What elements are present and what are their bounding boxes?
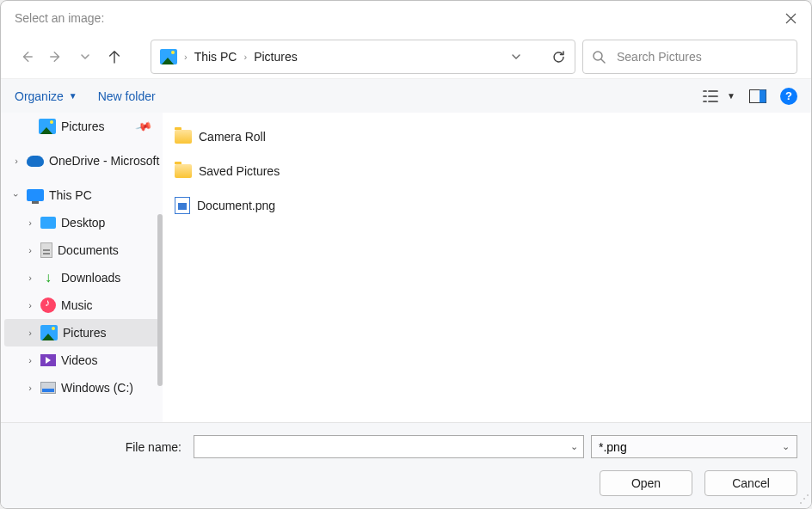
sidebar-scrollbar[interactable] — [157, 214, 163, 386]
new-folder-button[interactable]: New folder — [98, 89, 156, 103]
sidebar-label: Documents — [58, 243, 119, 257]
file-name: Camera Roll — [199, 130, 266, 144]
caret-down-icon: ▼ — [727, 91, 735, 101]
sidebar-label: Pictures — [61, 120, 105, 133]
expand-icon[interactable]: › — [11, 156, 22, 166]
resize-grip[interactable]: ⋰ — [799, 493, 808, 505]
sidebar-label: Downloads — [61, 271, 120, 285]
file-name-input[interactable] — [200, 439, 570, 454]
location-picture-icon — [160, 49, 177, 64]
file-item-image[interactable]: Document.png — [169, 193, 804, 218]
breadcrumb-pictures[interactable]: Pictures — [254, 50, 298, 64]
pictures-icon — [39, 119, 56, 134]
open-button[interactable]: Open — [600, 470, 692, 496]
sidebar-label: Desktop — [61, 216, 105, 230]
music-icon — [40, 297, 56, 313]
address-dropdown[interactable] — [510, 51, 522, 63]
search-icon — [592, 50, 606, 64]
navigation-row: › This PC › Pictures — [1, 35, 811, 78]
close-icon — [785, 13, 797, 24]
chevron-right-icon: › — [243, 52, 247, 62]
forward-button[interactable] — [49, 50, 63, 64]
file-type-filter[interactable]: *.png ⌄ — [591, 435, 797, 458]
expand-icon[interactable]: › — [25, 273, 35, 283]
sidebar-shortcut-pictures[interactable]: Pictures 📌 — [1, 113, 163, 140]
desktop-icon — [40, 217, 56, 229]
file-item-folder[interactable]: Saved Pictures — [169, 159, 804, 183]
preview-pane-icon — [749, 89, 766, 103]
chevron-down-icon[interactable]: ⌄ — [570, 441, 578, 452]
cloud-icon — [27, 156, 44, 167]
recent-dropdown[interactable] — [78, 50, 92, 64]
preview-pane-button[interactable] — [749, 89, 766, 103]
cancel-button[interactable]: Cancel — [704, 470, 797, 496]
filter-value: *.png — [599, 440, 627, 454]
refresh-button[interactable] — [551, 50, 566, 64]
sidebar-item-desktop[interactable]: › Desktop — [1, 209, 163, 236]
sidebar-label: Pictures — [63, 326, 107, 340]
expand-icon[interactable]: › — [25, 300, 35, 310]
arrow-right-icon — [49, 49, 63, 64]
sidebar-item-videos[interactable]: › Videos — [1, 346, 163, 374]
sidebar-label: Windows (C:) — [61, 381, 133, 395]
view-menu[interactable]: ▼ — [703, 89, 735, 103]
refresh-icon — [551, 50, 566, 64]
close-button[interactable] — [778, 6, 803, 30]
sidebar-item-drive-c[interactable]: › Windows (C:) — [1, 374, 163, 402]
sidebar-item-onedrive[interactable]: › OneDrive - Microsoft — [1, 147, 163, 175]
toolbar: Organize ▼ New folder ▼ ? — [1, 78, 811, 113]
sidebar-item-downloads[interactable]: › ↓ Downloads — [1, 264, 163, 291]
expand-icon[interactable]: › — [25, 383, 35, 393]
file-item-folder[interactable]: Camera Roll — [169, 125, 804, 149]
address-bar[interactable]: › This PC › Pictures — [151, 40, 575, 74]
sidebar-item-pictures[interactable]: › Pictures — [4, 319, 159, 346]
navigation-sidebar[interactable]: Pictures 📌 › OneDrive - Microsoft › This… — [1, 113, 163, 422]
folder-icon — [175, 164, 192, 178]
file-list[interactable]: Camera Roll Saved Pictures Document.png — [163, 113, 811, 422]
breadcrumb-this-pc[interactable]: This PC — [194, 50, 237, 64]
collapse-icon[interactable]: › — [11, 190, 22, 200]
file-open-dialog: Select an image: › This PC › Pictures — [0, 0, 812, 509]
videos-icon — [40, 354, 56, 366]
back-button[interactable] — [20, 50, 34, 64]
pin-icon: 📌 — [134, 118, 152, 136]
sidebar-label: OneDrive - Microsoft — [49, 154, 159, 168]
nav-buttons — [15, 50, 144, 64]
arrow-up-icon — [108, 49, 121, 64]
file-name-label: File name: — [15, 440, 187, 454]
organize-menu[interactable]: Organize ▼ — [15, 89, 77, 103]
titlebar: Select an image: — [1, 1, 811, 35]
expand-icon[interactable]: › — [25, 245, 35, 255]
downloads-icon: ↓ — [40, 270, 56, 285]
expand-icon[interactable]: › — [25, 218, 35, 228]
body: Pictures 📌 › OneDrive - Microsoft › This… — [1, 113, 811, 422]
search-input[interactable] — [615, 49, 788, 64]
this-pc-icon — [27, 189, 44, 201]
up-button[interactable] — [108, 50, 121, 64]
sidebar-label: This PC — [49, 188, 92, 202]
sidebar-item-this-pc[interactable]: › This PC — [1, 181, 163, 209]
documents-icon — [40, 242, 52, 258]
folder-icon — [175, 130, 192, 144]
bottom-panel: File name: ⌄ *.png ⌄ Open Cancel — [1, 422, 811, 508]
organize-label: Organize — [15, 89, 64, 103]
drive-icon — [40, 382, 56, 394]
window-title: Select an image: — [15, 11, 778, 25]
search-box[interactable] — [582, 40, 797, 74]
list-view-icon — [703, 89, 718, 103]
expand-icon[interactable]: › — [25, 355, 35, 365]
expand-icon[interactable]: › — [25, 328, 35, 338]
sidebar-label: Music — [61, 298, 93, 312]
caret-down-icon: ▼ — [69, 91, 77, 101]
sidebar-label: Videos — [61, 353, 98, 367]
file-name: Document.png — [197, 199, 275, 212]
arrow-left-icon — [20, 49, 34, 64]
sidebar-item-music[interactable]: › Music — [1, 291, 163, 319]
sidebar-item-documents[interactable]: › Documents — [1, 236, 163, 264]
help-button[interactable]: ? — [780, 88, 797, 105]
chevron-down-icon — [510, 51, 522, 63]
chevron-down-icon — [80, 52, 90, 62]
file-name-combobox[interactable]: ⌄ — [194, 435, 584, 458]
svg-rect-2 — [760, 89, 766, 102]
image-file-icon — [175, 197, 190, 214]
